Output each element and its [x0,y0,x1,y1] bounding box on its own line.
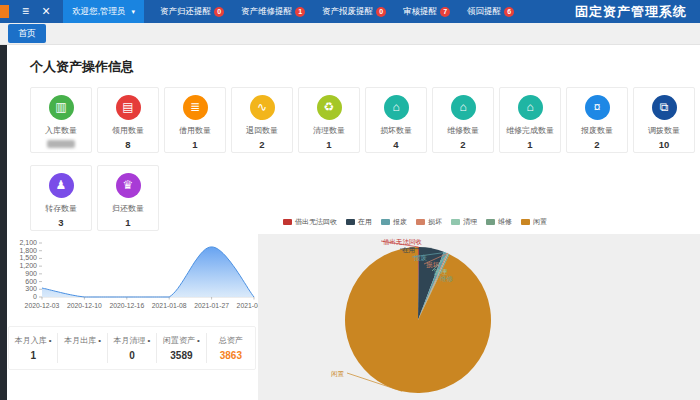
stat-card[interactable]: ⌂维修数量2 [432,87,494,153]
card-label: 损坏数量 [380,125,412,136]
svg-text:900: 900 [25,270,37,277]
user-menu-button[interactable]: 欢迎您,管理员 ▾ [63,0,144,23]
stat-label: 总资产 [207,335,255,346]
svg-text:2020-12-16: 2020-12-16 [109,302,144,309]
stat-label-text: 闲置资产 [163,336,195,345]
person-icon: ♟ [49,173,74,198]
card-label: 入库数量 [45,125,77,136]
menu-toggle-icon[interactable]: ≡ [22,0,29,23]
legend-label: 借出无法回收 [295,217,337,227]
money-bag-icon: ¤ [585,95,610,120]
card-label: 维修完成数量 [506,125,554,136]
stat-card[interactable]: ⌂损坏数量4 [365,87,427,153]
stat-card[interactable]: ♟转存数量3 [30,165,92,231]
svg-text:报废: 报废 [413,254,428,261]
close-icon[interactable]: × [42,0,50,23]
pie-panel: 借出无法回收在用报废损坏清理维修闲置 [258,234,700,400]
home-icon: ⌂ [518,95,543,120]
svg-text:1,500: 1,500 [19,254,37,261]
legend-item[interactable]: 清理 [451,217,477,227]
legend-item[interactable]: 报废 [381,217,407,227]
home-icon: ⌂ [451,95,476,120]
stat-value: 3589 [157,350,205,361]
header-menu-item[interactable]: 领回提醒6 [467,6,514,18]
dot-icon: • [49,336,52,345]
legend-label: 闲置 [533,217,547,227]
trophy-icon: ♛ [116,173,141,198]
monthly-stats: 本月入库•1本月出库•本月清理•0闲置资产•3589总资产3863 [8,326,256,370]
card-value: 10 [659,139,670,149]
card-value: 1 [527,139,532,149]
legend-item[interactable]: 损坏 [416,217,442,227]
legend-marker [521,219,530,225]
svg-text:2,100: 2,100 [19,239,37,246]
legend-marker [416,219,425,225]
card-value: 8 [125,139,130,149]
legend-marker [451,219,460,225]
card-label: 报废数量 [581,125,613,136]
notification-badge: 7 [440,7,450,17]
svg-text:0: 0 [33,293,37,300]
notification-badge: 1 [295,7,305,17]
stat-card[interactable]: ¤报废数量2 [566,87,628,153]
stat-value: 3863 [207,350,255,361]
legend-item[interactable]: 在用 [346,217,372,227]
card-value: 1 [192,139,197,149]
legend-item[interactable]: 借出无法回收 [283,217,337,227]
svg-text:2020-12-10: 2020-12-10 [67,302,102,309]
stat-card[interactable]: ∿退回数量2 [231,87,293,153]
stat-card[interactable]: ≣借用数量1 [164,87,226,153]
legend-label: 在用 [358,217,372,227]
card-label: 借用数量 [179,125,211,136]
card-label: 退回数量 [246,125,278,136]
document-icon: ▤ [116,95,141,120]
stat-card[interactable]: ⌂维修完成数量1 [499,87,561,153]
header-menu-item[interactable]: 资产维修提醒1 [241,6,305,18]
stat-column: 本月清理•0 [108,333,157,363]
stat-column: 本月出库• [58,333,107,363]
stat-label-text: 本月出库 [64,336,96,345]
stat-card[interactable]: ♛归还数量1 [97,165,159,231]
collapsed-sidebar[interactable] [0,45,7,400]
svg-text:300: 300 [25,285,37,292]
stat-label-text: 本月入库 [15,336,47,345]
svg-text:闲置: 闲置 [331,370,345,378]
stat-label-text: 总资产 [219,336,243,345]
card-value: 3 [58,217,63,227]
stat-label: 本月出库• [58,335,106,346]
header-menu-item[interactable]: 资产报废提醒0 [322,6,386,18]
card-label: 转存数量 [45,203,77,214]
stat-label-text: 本月清理 [114,336,146,345]
bar-chart-icon: ▥ [49,95,74,120]
card-label: 归还数量 [112,203,144,214]
stat-card[interactable]: ▥入库数量 [30,87,92,153]
stat-label: 本月清理• [108,335,156,346]
legend-marker [346,219,355,225]
legend-marker [283,219,292,225]
header-menu-item-label: 领回提醒 [467,6,501,18]
header-menu: 资产归还提醒0资产维修提醒1资产报废提醒0审核提醒7领回提醒6 [160,6,514,18]
svg-text:2021-04-01: 2021-04-01 [237,302,258,309]
area-chart: 03006009001,2001,5001,8002,1002020-12-03… [8,236,258,320]
stat-card[interactable]: ▤领用数量8 [97,87,159,153]
dot-icon: • [148,336,151,345]
home-icon: ⌂ [384,95,409,120]
stat-card[interactable]: ♻清理数量1 [298,87,360,153]
stat-card[interactable]: ⧉调拨数量10 [633,87,695,153]
header-menu-item[interactable]: 审核提醒7 [403,6,450,18]
legend-item[interactable]: 闲置 [521,217,547,227]
svg-text:1,200: 1,200 [19,262,37,269]
card-value: 1 [326,139,331,149]
legend-item[interactable]: 维修 [486,217,512,227]
top-header: ≡ × 欢迎您,管理员 ▾ 资产归还提醒0资产维修提醒1资产报废提醒0审核提醒7… [0,0,700,23]
legend-label: 清理 [463,217,477,227]
user-menu-label: 欢迎您,管理员 [72,6,125,18]
line-chart-icon: ∿ [250,95,275,120]
card-value: 2 [259,139,264,149]
header-menu-item-label: 资产维修提醒 [241,6,292,18]
tab-home[interactable]: 首页 [8,24,46,43]
card-label: 调拨数量 [648,125,680,136]
card-value [47,139,75,149]
asset-trend-area-chart: 03006009001,2001,5001,8002,1002020-12-03… [8,236,258,320]
header-menu-item[interactable]: 资产归还提醒0 [160,6,224,18]
